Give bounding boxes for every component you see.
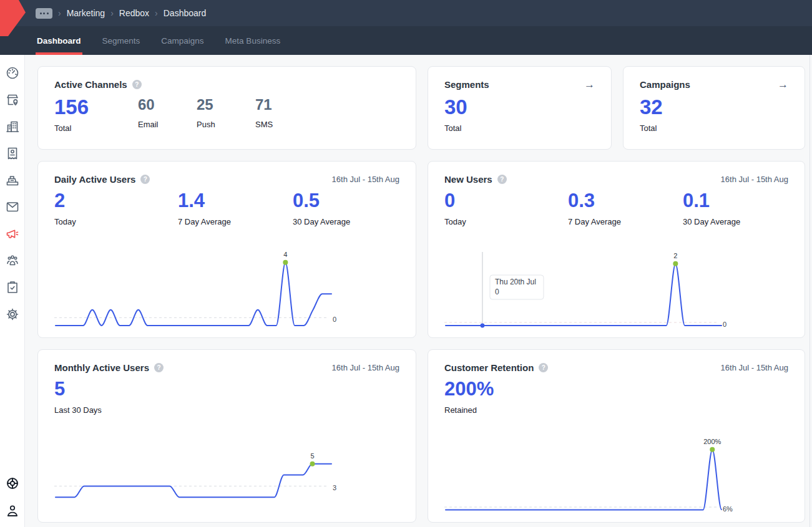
stat-label: Last 30 Days	[54, 405, 399, 415]
segments-card: Segments → 30 Total	[428, 66, 612, 150]
open-segments-button[interactable]: →	[584, 79, 595, 90]
active-channels-sms: 71	[255, 94, 399, 116]
breadcrumb-item-marketing[interactable]: Marketing	[67, 8, 105, 18]
segments-title: Segments	[444, 79, 489, 90]
new-users-title: New Users	[444, 174, 492, 185]
svg-text:0: 0	[723, 321, 726, 328]
new-users-30day-average: 0.1	[683, 189, 788, 213]
stat-label: 7 Day Average	[568, 217, 683, 226]
stat-label: Total	[444, 123, 595, 133]
retention-percent: 200%	[444, 377, 788, 402]
active-channels-email: 60	[138, 94, 197, 116]
active-channels-push: 25	[197, 94, 255, 116]
monthly-active-users-card: Monthly Active Users ? 16th Jul - 15th A…	[37, 349, 416, 523]
tab-segments[interactable]: Segments	[101, 26, 142, 55]
open-campaigns-button[interactable]: →	[778, 79, 788, 90]
dau-7day-average: 1.4	[178, 189, 293, 213]
svg-text:0: 0	[495, 288, 499, 296]
date-range: 16th Jul - 15th Aug	[332, 175, 399, 184]
help-icon[interactable]: ?	[539, 363, 548, 372]
chevron-right-icon: ›	[155, 9, 158, 17]
stat-label: Email	[138, 120, 197, 129]
help-icon[interactable]: ?	[154, 363, 164, 372]
daily-active-users-title: Daily Active Users	[54, 174, 135, 185]
new-users-card: New Users ? 16th Jul - 15th Aug 0 Today …	[428, 161, 805, 338]
campaigns-card: Campaigns → 32 Total	[623, 66, 805, 150]
tab-bar: Dashboard Segments Campaigns Meta Busine…	[0, 26, 812, 55]
new-users-7day-average: 0.3	[568, 189, 683, 213]
active-channels-total: 156	[54, 94, 138, 120]
breadcrumb-item-redbox[interactable]: Redbox	[119, 8, 149, 18]
svg-text:2: 2	[673, 252, 677, 259]
tab-meta-business[interactable]: Meta Business	[224, 26, 282, 55]
daily-active-users-chart[interactable]: 04	[54, 243, 354, 334]
help-lifebuoy-icon[interactable]	[5, 476, 20, 491]
arrow-right-icon: →	[778, 79, 788, 90]
brand-logo	[0, 0, 27, 40]
mau-last-30-days: 5	[54, 377, 399, 402]
customer-retention-card: Customer Retention ? 16th Jul - 15th Aug…	[428, 349, 805, 523]
sidebar-bottom	[5, 476, 20, 518]
stat-label: Push	[197, 120, 255, 129]
arrow-right-icon: →	[584, 79, 595, 90]
chevron-right-icon: ›	[58, 9, 61, 17]
dashboard-content: Active Channels ? 156 Total 60 Email 25 …	[25, 55, 812, 527]
storefront-icon[interactable]	[5, 92, 20, 107]
stat-label: Total	[54, 123, 138, 133]
svg-text:200%: 200%	[703, 438, 721, 445]
chevron-right-icon: ›	[110, 9, 114, 17]
svg-text:Thu 20th Jul: Thu 20th Jul	[495, 278, 536, 286]
segments-total: 30	[444, 94, 595, 120]
dashboard-gauge-icon[interactable]	[5, 65, 20, 80]
svg-text:4: 4	[283, 251, 287, 258]
stat-label: Retained	[444, 405, 788, 415]
active-channels-title: Active Channels	[54, 79, 127, 90]
account-person-icon[interactable]	[5, 503, 20, 518]
tab-campaigns[interactable]: Campaigns	[160, 26, 205, 55]
customer-retention-chart[interactable]: 6%200%	[444, 429, 744, 520]
svg-text:3: 3	[333, 484, 336, 491]
help-icon[interactable]: ?	[497, 175, 507, 184]
tasks-clipboard-icon[interactable]	[5, 280, 20, 295]
settings-gear-icon[interactable]	[5, 307, 20, 322]
campaigns-total: 32	[640, 94, 788, 120]
campaigns-title: Campaigns	[640, 79, 690, 90]
messages-envelope-icon[interactable]	[5, 200, 20, 215]
svg-text:5: 5	[310, 452, 314, 460]
new-users-chart[interactable]: 02Thu 20th Jul0	[444, 243, 744, 334]
daily-active-users-card: Daily Active Users ? 16th Jul - 15th Aug…	[37, 161, 416, 338]
monthly-active-users-chart[interactable]: 35	[54, 442, 354, 516]
customer-retention-title: Customer Retention	[444, 362, 534, 373]
date-range: 16th Jul - 15th Aug	[332, 363, 399, 372]
stat-label: 7 Day Average	[178, 217, 293, 226]
new-users-today: 0	[444, 189, 568, 213]
svg-text:6%: 6%	[723, 505, 733, 513]
tab-dashboard[interactable]: Dashboard	[36, 26, 82, 55]
svg-text:0: 0	[333, 316, 336, 323]
stat-label: SMS	[255, 120, 399, 129]
monthly-active-users-title: Monthly Active Users	[54, 362, 149, 373]
pos-register-icon[interactable]	[5, 173, 20, 188]
breadcrumb: › Marketing › Redbox › Dashboard	[36, 0, 206, 26]
help-icon[interactable]: ?	[140, 175, 150, 184]
dau-today: 2	[54, 189, 178, 213]
help-icon[interactable]: ?	[132, 80, 142, 89]
sidebar	[0, 55, 25, 527]
stat-label: 30 Day Average	[683, 217, 788, 226]
date-range: 16th Jul - 15th Aug	[721, 175, 788, 184]
stat-label: Today	[444, 217, 568, 226]
breadcrumb-ellipsis-button[interactable]	[36, 8, 52, 19]
team-people-icon[interactable]	[5, 253, 20, 268]
stat-label: Total	[640, 123, 788, 133]
date-range: 16th Jul - 15th Aug	[721, 363, 788, 372]
billing-receipt-icon[interactable]	[5, 146, 20, 161]
dau-30day-average: 0.5	[293, 189, 399, 213]
active-channels-card: Active Channels ? 156 Total 60 Email 25 …	[37, 66, 416, 150]
breadcrumb-item-dashboard[interactable]: Dashboard	[164, 8, 207, 18]
organization-buildings-icon[interactable]	[5, 119, 20, 134]
stat-label: 30 Day Average	[293, 217, 399, 226]
stat-label: Today	[54, 217, 178, 226]
scrollbar-track[interactable]	[810, 55, 810, 527]
marketing-megaphone-icon[interactable]	[5, 226, 20, 241]
